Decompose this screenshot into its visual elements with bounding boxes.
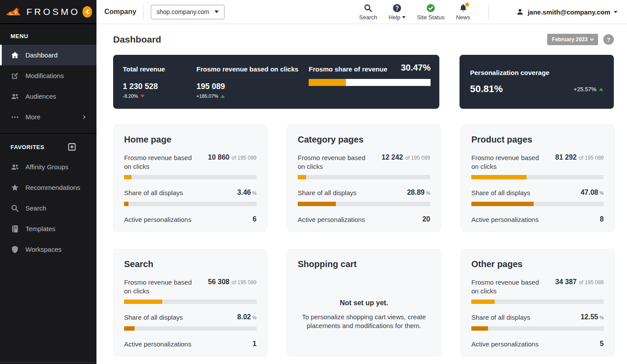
sidebar-item-label: Audiences <box>25 93 56 100</box>
of-word: of <box>579 279 583 285</box>
metric-value: 1 <box>253 340 256 348</box>
share-of-revenue-bar-fill <box>309 79 346 86</box>
kpi-delta: +185.07% <box>196 93 218 99</box>
metric-value: 81 292 <box>555 153 577 161</box>
share-of-revenue-bar <box>309 79 431 86</box>
fox-icon <box>6 6 23 18</box>
period-label: February 2023 <box>552 36 588 43</box>
kpi-label: Frosmo revenue based on clicks <box>196 65 309 73</box>
empty-state: Not set up yet. To personalize shopping … <box>298 278 430 331</box>
trend-up-icon <box>221 95 225 98</box>
topbar-action-help[interactable]: Help <box>388 4 406 21</box>
metric-label: Share of all displays <box>124 313 183 322</box>
personalization-coverage-card: Personalization coverage 50.81% +25.57% <box>460 55 614 109</box>
sidebar-item-modifications[interactable]: Modifications <box>0 65 96 86</box>
user-email: jane.smith@company.com <box>527 8 610 16</box>
topbar-action-news[interactable]: News <box>456 4 470 21</box>
kpi-value: 30.47% <box>401 63 431 73</box>
metric-label: Active personalizations <box>471 215 538 224</box>
sidebar-item-templates[interactable]: Templates <box>0 218 96 239</box>
share-bar <box>471 326 604 331</box>
metric-label: Share of all displays <box>298 189 356 197</box>
sidebar-item-label: Search <box>25 204 46 212</box>
favorites-header-label: FAVORITES <box>11 144 44 150</box>
revenue-bar <box>471 175 604 179</box>
shield-icon <box>11 245 19 254</box>
sidebar-item-label: Dashboard <box>25 51 57 59</box>
metric-total: 195 089 <box>238 155 256 161</box>
kpi-label: Total revenue <box>123 65 196 73</box>
percent-unit: % <box>426 190 430 196</box>
share-bar <box>471 202 604 206</box>
metric-label: Active personalizations <box>298 215 365 224</box>
share-bar <box>124 326 256 331</box>
metric-label: Active personalizations <box>124 340 191 349</box>
site-selector[interactable]: shop.company.com <box>151 5 224 19</box>
help-circle-icon <box>392 4 402 13</box>
sidebar-bottom-divider <box>0 362 96 363</box>
user-menu[interactable]: jane.smith@company.com <box>516 8 617 16</box>
company-label: Company <box>104 8 136 16</box>
of-word: of <box>579 155 583 161</box>
kpi-label: Frosmo share of revenue <box>309 65 387 73</box>
sidebar-item-label: More <box>25 113 40 121</box>
period-selector-button[interactable]: February 2023 <box>547 34 598 45</box>
of-word: of <box>232 155 236 161</box>
user-icon <box>516 8 524 16</box>
metric-label: Share of all displays <box>124 189 183 197</box>
action-label: Help <box>388 14 400 21</box>
menu-header-label: MENU <box>11 33 28 39</box>
topbar-action-site-status[interactable]: Site Status <box>417 4 445 21</box>
edit-icon <box>11 71 19 80</box>
card-title: Shopping cart <box>298 259 430 269</box>
trend-up-icon <box>599 88 603 91</box>
action-label: Search <box>359 14 377 21</box>
metric-label: Frosmo revenue based on clicks <box>471 278 548 295</box>
users-icon <box>11 163 19 171</box>
search-icon <box>11 204 19 213</box>
sidebar-item-workspaces[interactable]: Workspaces <box>0 239 96 260</box>
metric-value: 10 860 <box>208 153 229 161</box>
sidebar-item-label: Modifications <box>25 72 64 79</box>
sidebar-item-recommendations[interactable]: Recommendations <box>0 177 96 198</box>
card-title: Other pages <box>471 259 604 269</box>
chevron-right-icon <box>82 114 87 120</box>
share-bar-fill <box>124 202 128 206</box>
main-area: Company shop.company.com Search <box>96 0 627 364</box>
metric-total: 195 089 <box>585 279 604 285</box>
topbar-divider <box>488 4 489 19</box>
total-revenue-kpi: Total revenue 1 230 528 -8.20% <box>123 65 196 109</box>
add-favorite-button[interactable] <box>68 143 76 151</box>
sidebar-item-label: Recommendations <box>25 184 80 191</box>
share-bar <box>124 202 256 206</box>
share-bar-fill <box>124 326 135 331</box>
metric-total: 195 089 <box>411 155 430 161</box>
collapse-sidebar-button[interactable] <box>82 6 92 18</box>
sidebar-item-audiences[interactable]: Audiences <box>0 86 96 107</box>
sidebar-item-more[interactable]: More <box>0 107 96 127</box>
plus-square-icon <box>68 143 76 151</box>
card-title: Category pages <box>298 135 430 145</box>
sidebar-item-search[interactable]: Search <box>0 198 96 218</box>
page-help-button[interactable]: ? <box>603 34 614 45</box>
ellipsis-icon <box>11 113 19 121</box>
revenue-bar <box>298 175 430 179</box>
share-bar-fill <box>471 202 534 206</box>
card-title: Product pages <box>471 135 604 145</box>
kpi-delta: +25.57% <box>574 86 596 93</box>
kpi-delta: -8.20% <box>123 93 138 99</box>
sidebar-item-affinity-groups[interactable]: Affinity Groups <box>0 157 96 177</box>
topbar-action-search[interactable]: Search <box>359 4 377 21</box>
revenue-bar <box>124 175 256 179</box>
revenue-bar-fill <box>298 175 306 179</box>
share-bar-fill <box>298 202 336 206</box>
sidebar-item-dashboard[interactable]: Dashboard <box>0 45 96 65</box>
check-circle-icon <box>426 4 435 13</box>
kpi-value: 50.81% <box>470 83 503 95</box>
card-title: Home page <box>124 135 256 145</box>
metric-value: 6 <box>253 215 256 223</box>
kpi-label: Personalization coverage <box>470 69 603 76</box>
caret-down-icon <box>402 16 406 18</box>
metric-value: 3.46 <box>237 189 251 196</box>
sidebar: FROSMO MENU Dashboard Modifications <box>0 0 96 364</box>
